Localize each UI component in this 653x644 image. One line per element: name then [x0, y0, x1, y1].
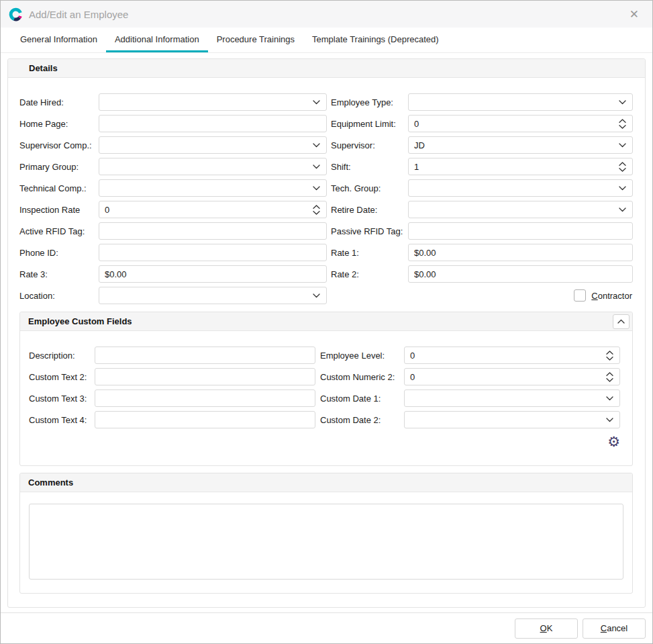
spinner-value: 0 — [105, 205, 109, 215]
tab-procedure-trainings[interactable]: Procedure Trainings — [208, 28, 303, 52]
custom-fields-group-header: Employee Custom Fields — [20, 312, 632, 331]
custom-date-1-combo[interactable] — [404, 389, 620, 407]
ok-button[interactable]: OK — [515, 618, 578, 639]
checkbox-box — [574, 289, 586, 302]
employee-level-label: Employee Level: — [315, 351, 404, 361]
spinner-value: 0 — [414, 119, 419, 129]
tech-group-combo[interactable] — [408, 179, 633, 197]
title-bar: Add/Edit an Employee ✕ — [1, 1, 652, 28]
custom-date-1-label: Custom Date 1: — [315, 394, 404, 404]
custom-text-4-label: Custom Text 4: — [29, 415, 95, 425]
rate-1-input[interactable] — [408, 244, 633, 261]
primary-group-combo[interactable] — [99, 158, 327, 175]
custom-date-2-combo[interactable] — [404, 411, 620, 428]
inspection-rate-spinner[interactable]: 0 — [99, 201, 327, 218]
chevron-down-icon — [313, 100, 320, 105]
comments-group-body — [20, 492, 632, 591]
rate-2-label: Rate 2: — [327, 269, 408, 279]
comments-textarea[interactable] — [29, 504, 623, 580]
details-group-body: Date Hired: Employee Type: Home Page: Eq… — [8, 78, 645, 594]
retire-date-combo[interactable] — [408, 201, 633, 218]
description-label: Description: — [29, 351, 95, 361]
chevron-down-icon — [313, 293, 320, 298]
inspection-rate-label: Inspection Rate — [19, 205, 99, 215]
supervisor-combo[interactable]: JD — [408, 136, 633, 154]
date-hired-label: Date Hired: — [19, 97, 99, 107]
active-rfid-tag-input[interactable] — [99, 222, 327, 240]
supervisor-comp-combo[interactable] — [99, 136, 327, 154]
tab-general-information[interactable]: General Information — [11, 28, 106, 52]
chevron-down-icon — [313, 186, 320, 191]
spinner-up-down-icon[interactable] — [619, 119, 626, 129]
details-group-title: Details — [29, 63, 58, 73]
chevron-down-icon — [619, 208, 626, 212]
chevron-down-icon — [313, 143, 320, 148]
rate-3-input[interactable] — [99, 265, 327, 283]
dialog-content: Details Date Hired: Employee Type: Home … — [1, 53, 652, 608]
app-logo-icon — [9, 7, 23, 21]
home-page-input[interactable] — [99, 115, 327, 132]
custom-fields-footer: ⚙ — [29, 434, 620, 449]
settings-gear-icon[interactable]: ⚙ — [607, 434, 620, 449]
shift-label: Shift: — [327, 162, 408, 172]
active-rfid-tag-label: Active RFID Tag: — [19, 226, 99, 236]
passive-rfid-tag-label: Passive RFID Tag: — [327, 226, 408, 236]
comments-group: Comments — [19, 473, 633, 594]
spinner-up-down-icon[interactable] — [606, 372, 613, 382]
dialog-footer: OK Cancel — [1, 612, 652, 643]
chevron-down-icon — [619, 143, 626, 148]
tab-bar: General Information Additional Informati… — [1, 28, 652, 53]
add-edit-employee-dialog: Add/Edit an Employee ✕ General Informati… — [0, 0, 653, 644]
equipment-limit-spinner[interactable]: 0 — [408, 115, 633, 132]
custom-text-2-input[interactable] — [95, 368, 315, 385]
tab-template-trainings-deprecated[interactable]: Template Trainings (Deprecated) — [303, 28, 448, 52]
phone-id-input[interactable] — [99, 244, 327, 261]
employee-type-combo[interactable] — [408, 93, 633, 111]
shift-spinner[interactable]: 1 — [408, 158, 633, 175]
cancel-button[interactable]: Cancel — [583, 618, 646, 639]
combo-value: JD — [414, 140, 425, 150]
spinner-up-down-icon[interactable] — [313, 205, 320, 215]
chevron-down-icon — [619, 100, 626, 105]
supervisor-comp-label: Supervisor Comp.: — [19, 140, 99, 150]
rate-2-input[interactable] — [408, 265, 633, 283]
chevron-up-icon — [617, 319, 625, 324]
chevron-down-icon — [606, 418, 613, 422]
window-title: Add/Edit an Employee — [29, 9, 128, 20]
spinner-up-down-icon[interactable] — [619, 162, 626, 172]
primary-group-label: Primary Group: — [19, 162, 99, 172]
custom-numeric-2-spinner[interactable]: 0 — [404, 368, 620, 385]
chevron-down-icon — [619, 186, 626, 191]
custom-numeric-2-label: Custom Numeric 2: — [315, 372, 404, 382]
spinner-up-down-icon[interactable] — [606, 351, 613, 361]
chevron-down-icon — [313, 165, 320, 169]
technical-comp-label: Technical Comp.: — [19, 183, 99, 193]
details-group-header: Details — [8, 59, 645, 78]
passive-rfid-tag-input[interactable] — [408, 222, 633, 240]
equipment-limit-label: Equipment Limit: — [327, 119, 408, 129]
contractor-label: Contractor — [591, 291, 632, 301]
custom-text-3-input[interactable] — [95, 389, 315, 407]
location-combo[interactable] — [99, 287, 327, 304]
custom-fields-form: Description: Employee Level: 0 Custom Te… — [29, 347, 620, 428]
home-page-label: Home Page: — [19, 119, 99, 129]
description-input[interactable] — [95, 347, 315, 364]
tech-group-label: Tech. Group: — [327, 183, 408, 193]
custom-text-4-input[interactable] — [95, 411, 315, 428]
custom-fields-group-title: Employee Custom Fields — [28, 316, 132, 326]
contractor-checkbox[interactable]: Contractor — [408, 289, 633, 302]
phone-id-label: Phone ID: — [19, 248, 99, 258]
collapse-custom-fields-button[interactable] — [613, 314, 630, 329]
details-form: Date Hired: Employee Type: Home Page: Eq… — [19, 93, 633, 304]
employee-type-label: Employee Type: — [327, 97, 408, 107]
location-label: Location: — [19, 291, 99, 301]
comments-group-title: Comments — [28, 477, 73, 488]
employee-level-spinner[interactable]: 0 — [404, 347, 620, 364]
date-hired-combo[interactable] — [99, 93, 327, 111]
technical-comp-combo[interactable] — [99, 179, 327, 197]
supervisor-label: Supervisor: — [327, 140, 408, 150]
close-icon[interactable]: ✕ — [624, 7, 644, 21]
custom-date-2-label: Custom Date 2: — [315, 415, 404, 425]
retire-date-label: Retire Date: — [327, 205, 408, 215]
tab-additional-information[interactable]: Additional Information — [106, 28, 208, 52]
